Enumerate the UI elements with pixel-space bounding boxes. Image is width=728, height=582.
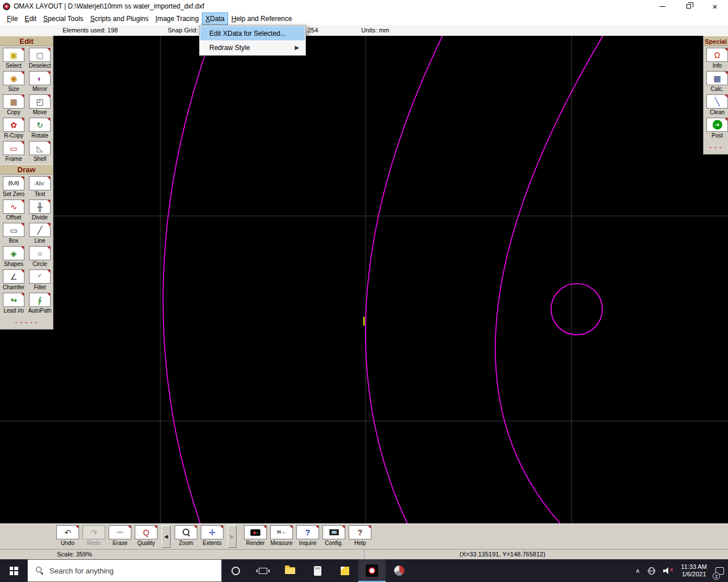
tool-button-shapes[interactable]: ◈ Shapes bbox=[1, 245, 27, 268]
tool-button-inquire[interactable]: ? Inquire bbox=[295, 524, 321, 548]
tool-label: Mirror bbox=[32, 86, 47, 92]
edit-section-header: Edit bbox=[0, 36, 53, 46]
tool-button-chamfer[interactable]: ∠ Chamfer bbox=[1, 268, 27, 292]
title-bar: OMAX LAYOUT | D:\Waterjet\10mm ss water_… bbox=[0, 0, 728, 13]
restore-button[interactable] bbox=[676, 0, 702, 13]
system-tray: ∧ × 11:33 AM1/6/2021 2 bbox=[631, 559, 728, 582]
minimize-button[interactable] bbox=[650, 0, 676, 13]
close-button[interactable]: × bbox=[702, 0, 728, 13]
tool-label: R-Copy bbox=[4, 132, 23, 139]
taskbar-item-app2[interactable] bbox=[386, 559, 413, 582]
taskbar-item-task-view[interactable] bbox=[249, 559, 276, 582]
menu-special-tools[interactable]: Special Tools bbox=[40, 13, 87, 25]
tool-button-extents[interactable]: ✛ Extents bbox=[199, 524, 225, 548]
action-center-button[interactable]: 2 bbox=[712, 559, 728, 582]
tool-label: Info bbox=[713, 63, 722, 69]
special-buttons: Ω Info ▦ Calc. ╲ Clean ➔ Post bbox=[704, 46, 728, 141]
tool-button-move[interactable]: ◰ Move bbox=[27, 93, 53, 117]
tray-expand-button[interactable]: ∧ bbox=[631, 559, 644, 582]
menu-scripts-plugins[interactable]: Scripts and Plugins bbox=[87, 13, 152, 25]
tool-button-offset[interactable]: ∿ Offset bbox=[1, 198, 27, 222]
extents-icon: ✛ bbox=[209, 529, 216, 537]
arrow-right-icon: ▶ bbox=[230, 534, 234, 539]
menu-help-reference[interactable]: Help and Reference bbox=[228, 13, 296, 25]
toolbar-scroll-left-button[interactable]: ◀ bbox=[162, 525, 171, 548]
tool-button-size[interactable]: ◉ Size bbox=[1, 70, 27, 93]
tool-label: Circle bbox=[32, 261, 47, 267]
tool-button-copy[interactable]: ▦ Copy bbox=[1, 93, 27, 117]
tool-button-line[interactable]: ╱ Line bbox=[27, 222, 53, 245]
tool-button-select[interactable]: ▣ Select bbox=[1, 47, 27, 70]
tool-label: Inquire bbox=[299, 540, 317, 546]
menu-item-redraw-style[interactable]: Redraw Style ▶ bbox=[200, 40, 305, 55]
tool-button-erase[interactable]: -○- Erase bbox=[107, 524, 133, 548]
panel-grip-dashes: - - - bbox=[704, 141, 728, 154]
tool-button-zoom[interactable]: Zoom bbox=[173, 524, 199, 548]
tool-button-info[interactable]: Ω Info bbox=[704, 47, 728, 70]
tool-label: Measure bbox=[271, 540, 293, 546]
taskbar-item-file-explorer[interactable] bbox=[276, 559, 304, 582]
toolpath-arc-1[interactable] bbox=[163, 36, 212, 523]
network-status[interactable] bbox=[644, 559, 659, 582]
volume-status[interactable]: × bbox=[659, 559, 676, 582]
tool-button-circle[interactable]: ○ Circle bbox=[27, 245, 53, 268]
tool-button-help[interactable]: ? Help bbox=[347, 524, 373, 548]
tool-button-mirror[interactable]: ◐ Mirror bbox=[27, 70, 53, 93]
taskbar-item-omax-layout[interactable] bbox=[358, 559, 386, 582]
toolpath-circle[interactable] bbox=[551, 284, 602, 335]
restore-icon bbox=[686, 4, 691, 9]
lead-io-icon: ↬ bbox=[10, 296, 17, 304]
tool-button-config[interactable]: Config. bbox=[321, 524, 347, 548]
left-tool-panel: Edit ▣ Select ▢ Deselect ◉ Size ◐ Mirror… bbox=[0, 36, 53, 330]
zoom-icon bbox=[183, 529, 190, 536]
tool-button-rcopy[interactable]: ✿ R-Copy bbox=[1, 117, 27, 140]
snap-size-fragment: 254 bbox=[308, 27, 318, 34]
tool-button-deselect[interactable]: ▢ Deselect bbox=[27, 47, 53, 70]
tool-button-undo[interactable]: ↶ Undo bbox=[55, 524, 81, 548]
tool-button-box[interactable]: ▭ Box bbox=[1, 222, 27, 245]
tool-button-frame[interactable]: ▭ Frame bbox=[1, 140, 27, 163]
tool-button-autopath[interactable]: ∮ AutoPath bbox=[27, 292, 53, 315]
menu-edit[interactable]: Edit bbox=[21, 13, 40, 25]
tool-button-rotate[interactable]: ↻ Rotate bbox=[27, 117, 53, 140]
start-button[interactable] bbox=[0, 559, 27, 582]
tool-button-redo: ↷ Redo bbox=[81, 524, 107, 548]
taskbar-clock[interactable]: 11:33 AM1/6/2021 bbox=[676, 559, 712, 582]
draw-buttons: (0,0) Set Zero Abc Text ∿ Offset ╫ Divid… bbox=[0, 174, 53, 316]
tool-button-clean[interactable]: ╲ Clean bbox=[704, 93, 728, 117]
search-placeholder: Search for anything bbox=[49, 567, 114, 575]
tool-button-shell[interactable]: ◺ Shell bbox=[27, 140, 53, 163]
menu-xdata[interactable]: XData bbox=[202, 13, 228, 25]
tool-button-text[interactable]: Abc Text bbox=[27, 175, 53, 198]
shell-icon: ◺ bbox=[37, 144, 43, 152]
status-bar: Elements used: 198 Snap Grid: ON 254 Uni… bbox=[0, 25, 728, 36]
menu-image-tracing[interactable]: Image Tracing bbox=[152, 13, 202, 25]
tool-button-quality[interactable]: Q Quality bbox=[133, 524, 159, 548]
tool-button-fillet[interactable]: ◜ Fillet bbox=[27, 268, 53, 292]
tool-button-lead-io[interactable]: ↬ Lead i/o bbox=[1, 292, 27, 315]
drawing-canvas[interactable] bbox=[0, 36, 728, 523]
tool-button-post[interactable]: ➔ Post bbox=[704, 117, 728, 140]
tool-button-measure[interactable]: H→ Measure bbox=[268, 524, 295, 548]
taskbar-item-cortana[interactable] bbox=[222, 559, 249, 582]
clock-date: 1/6/2021 bbox=[681, 571, 707, 578]
taskbar-item-app[interactable] bbox=[331, 559, 358, 582]
taskbar-item-calculator[interactable] bbox=[304, 559, 331, 582]
rotate-icon: ↻ bbox=[36, 121, 43, 129]
tool-button-divide[interactable]: ╫ Divide bbox=[27, 198, 53, 222]
units-label: Units: mm bbox=[361, 27, 390, 34]
tool-label: Render bbox=[246, 540, 265, 546]
tool-button-render[interactable]: Render bbox=[242, 524, 268, 548]
search-input[interactable]: Search for anything bbox=[27, 559, 222, 582]
toolpath-arc-2[interactable] bbox=[366, 36, 442, 523]
tool-label: Divide bbox=[32, 214, 48, 221]
tool-label: Box bbox=[9, 238, 18, 244]
drawing-canvas-area[interactable] bbox=[0, 36, 728, 523]
toolpath-arc-3[interactable] bbox=[495, 36, 603, 523]
menu-file[interactable]: File bbox=[3, 13, 21, 25]
tool-button-set-zero[interactable]: (0,0) Set Zero bbox=[1, 175, 27, 198]
menu-item-edit-xdata[interactable]: Edit XData for Selected... bbox=[200, 26, 305, 40]
toolbar-scroll-right-button[interactable]: ▶ bbox=[228, 525, 237, 548]
volume-muted-icon: × bbox=[663, 567, 672, 575]
tool-button-calc[interactable]: ▦ Calc. bbox=[704, 70, 728, 93]
